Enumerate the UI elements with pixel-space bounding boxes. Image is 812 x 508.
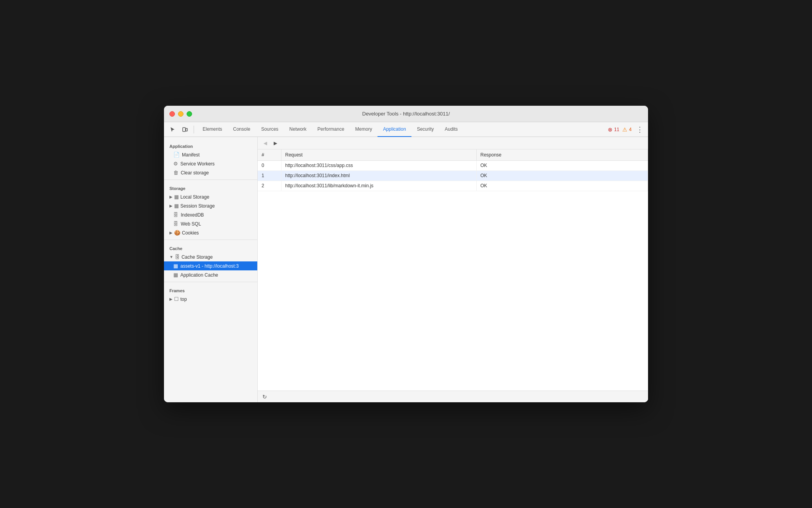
svg-rect-1 <box>186 128 187 131</box>
websql-label: Web SQL <box>181 221 201 227</box>
warning-icon: ⚠ <box>622 126 627 133</box>
table-icon-session: ▦ <box>174 203 179 209</box>
sidebar-divider-1 <box>164 179 257 180</box>
application-section-label: Application <box>164 140 257 150</box>
arrow-right-icon: ▶ <box>169 195 173 199</box>
sidebar-item-manifest[interactable]: 📄 Manifest <box>164 150 257 159</box>
traffic-lights <box>169 111 192 117</box>
device-icon <box>182 126 188 133</box>
trash-icon: 🗑 <box>173 170 178 176</box>
error-badge: ⊗ 11 <box>608 126 619 133</box>
tab-sources[interactable]: Sources <box>256 122 284 137</box>
toolbar-tabs: Elements Console Sources Network Perform… <box>197 122 606 137</box>
manifest-icon: 📄 <box>173 152 180 158</box>
refresh-button[interactable]: ↻ <box>261 393 269 401</box>
window-icon: ☐ <box>174 296 179 302</box>
maximize-button[interactable] <box>187 111 192 117</box>
frames-section-label: Frames <box>164 284 257 295</box>
storage-section-label: Storage <box>164 182 257 192</box>
table-row[interactable]: 0 http://localhost:3011/css/app.css OK <box>258 160 648 171</box>
cell-response: OK <box>476 181 648 191</box>
cursor-icon <box>169 126 176 133</box>
minimize-button[interactable] <box>178 111 183 117</box>
service-workers-label: Service Workers <box>180 161 215 167</box>
requests-table: # Request Response 0 http://localhost:30… <box>258 149 648 191</box>
cell-num: 1 <box>258 171 281 181</box>
cell-response: OK <box>476 160 648 171</box>
cache-storage-label: Cache Storage <box>182 254 213 260</box>
window-title: Developer Tools - http://localhost:3011/ <box>362 111 450 117</box>
tab-security[interactable]: Security <box>411 122 439 137</box>
main-content: Application 📄 Manifest ⚙ Service Workers… <box>164 137 648 402</box>
devtools-window: Developer Tools - http://localhost:3011/… <box>164 106 648 402</box>
table-row[interactable]: 1 http://localhost:3011/index.html OK <box>258 171 648 181</box>
database-icon-cache: 🗄 <box>175 254 180 260</box>
cell-num: 2 <box>258 181 281 191</box>
panel: ◀ ▶ # Request Response 0 http://local <box>258 137 648 402</box>
arrow-down-icon-cache: ▼ <box>169 255 173 259</box>
table-row[interactable]: 2 http://localhost:3011/lib/markdown-it.… <box>258 181 648 191</box>
sidebar-divider-2 <box>164 240 257 240</box>
local-storage-label: Local Storage <box>180 194 209 200</box>
sidebar-item-assets-v1[interactable]: ▦ assets-v1 - http://localhost:3 <box>164 261 257 270</box>
col-header-response: Response <box>476 149 648 160</box>
forward-button[interactable]: ▶ <box>271 139 280 147</box>
tab-memory[interactable]: Memory <box>350 122 378 137</box>
close-button[interactable] <box>169 111 175 117</box>
panel-toolbar: ◀ ▶ <box>258 137 648 149</box>
sidebar-divider-3 <box>164 282 257 282</box>
gear-icon: ⚙ <box>173 161 178 167</box>
clear-storage-label: Clear storage <box>181 170 209 176</box>
database-icon-indexed: 🗄 <box>173 212 178 218</box>
sidebar-item-service-workers[interactable]: ⚙ Service Workers <box>164 159 257 168</box>
top-label: top <box>180 297 187 302</box>
cache-storage-item-label: assets-v1 - http://localhost:3 <box>180 263 239 269</box>
col-header-request: Request <box>281 149 476 160</box>
cookie-icon: 🍪 <box>174 230 180 236</box>
cell-request: http://localhost:3011/css/app.css <box>281 160 476 171</box>
sidebar-item-cookies[interactable]: ▶ 🍪 Cookies <box>164 228 257 237</box>
sidebar-item-websql[interactable]: 🗄 Web SQL <box>164 219 257 228</box>
col-header-num: # <box>258 149 281 160</box>
error-count: 11 <box>614 127 619 132</box>
application-cache-label: Application Cache <box>180 272 218 278</box>
toolbar-right: ⊗ 11 ⚠ 4 ⋮ <box>608 125 645 134</box>
sidebar: Application 📄 Manifest ⚙ Service Workers… <box>164 137 258 402</box>
arrow-right-icon-top: ▶ <box>169 297 173 301</box>
arrow-right-icon-cookies: ▶ <box>169 231 173 235</box>
sidebar-item-indexeddb[interactable]: 🗄 IndexedDB <box>164 210 257 219</box>
inspect-element-button[interactable] <box>167 124 178 135</box>
more-menu-button[interactable]: ⋮ <box>635 125 645 134</box>
table-icon-local: ▦ <box>174 194 179 200</box>
sidebar-item-session-storage[interactable]: ▶ ▦ Session Storage <box>164 201 257 210</box>
session-storage-label: Session Storage <box>180 203 215 209</box>
tab-performance[interactable]: Performance <box>312 122 350 137</box>
indexeddb-label: IndexedDB <box>181 212 204 218</box>
cell-request: http://localhost:3011/index.html <box>281 171 476 181</box>
bottom-toolbar: ↻ <box>258 391 648 402</box>
warning-count: 4 <box>629 127 632 132</box>
device-toolbar-button[interactable] <box>180 124 191 135</box>
database-icon-web: 🗄 <box>173 221 178 227</box>
sidebar-item-top[interactable]: ▶ ☐ top <box>164 295 257 304</box>
toolbar: Elements Console Sources Network Perform… <box>164 122 648 137</box>
warning-badge: ⚠ 4 <box>622 126 632 133</box>
manifest-label: Manifest <box>182 152 199 158</box>
error-icon: ⊗ <box>608 126 613 133</box>
tab-audits[interactable]: Audits <box>439 122 463 137</box>
back-button[interactable]: ◀ <box>261 139 269 147</box>
tab-console[interactable]: Console <box>228 122 256 137</box>
sidebar-item-application-cache[interactable]: ▦ Application Cache <box>164 270 257 279</box>
tab-elements[interactable]: Elements <box>197 122 228 137</box>
arrow-right-icon-session: ▶ <box>169 204 173 208</box>
svg-rect-0 <box>183 128 185 131</box>
tab-application[interactable]: Application <box>378 122 411 137</box>
tab-network[interactable]: Network <box>284 122 312 137</box>
cell-response: OK <box>476 171 648 181</box>
table-container: # Request Response 0 http://localhost:30… <box>258 149 648 391</box>
sidebar-item-cache-storage[interactable]: ▼ 🗄 Cache Storage <box>164 252 257 261</box>
sidebar-item-clear-storage[interactable]: 🗑 Clear storage <box>164 168 257 177</box>
sidebar-item-local-storage[interactable]: ▶ ▦ Local Storage <box>164 192 257 201</box>
cell-request: http://localhost:3011/lib/markdown-it.mi… <box>281 181 476 191</box>
cell-num: 0 <box>258 160 281 171</box>
